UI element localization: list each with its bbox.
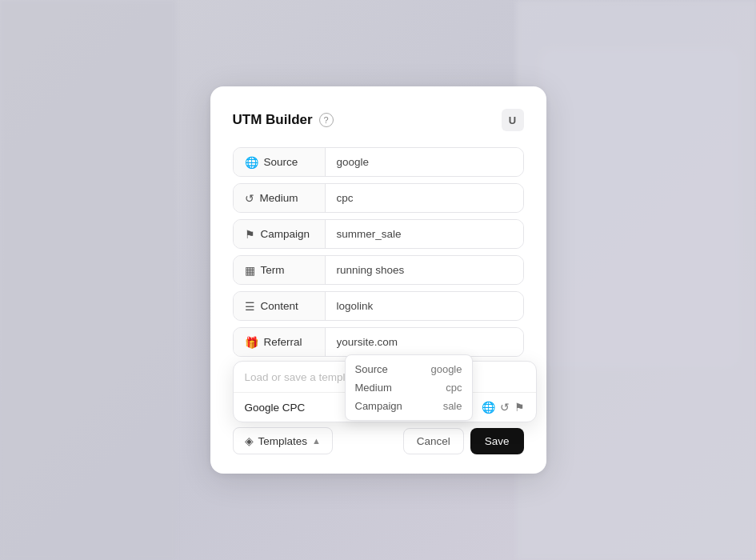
medium-input[interactable] [326, 184, 523, 212]
referral-icon: 🎁 [245, 336, 258, 349]
term-icon: ▦ [245, 264, 255, 277]
templates-button[interactable]: ◈ Templates ▲ [233, 427, 333, 454]
campaign-field-row: ⚑ Campaign [233, 219, 524, 249]
utm-builder-modal: UTM Builder ? U 🌐 Source ↺ Medium ⚑ Camp… [210, 86, 546, 474]
tag-row-campaign: Campaign sale [346, 397, 472, 415]
tag-row-source: Source google [346, 360, 472, 378]
content-icon: ☰ [245, 300, 255, 313]
term-field-row: ▦ Term [233, 255, 524, 285]
chevron-up-icon: ▲ [312, 436, 321, 446]
campaign-icon: ⚑ [245, 228, 255, 241]
templates-diamond-icon: ◈ [245, 434, 254, 447]
source-input[interactable] [326, 148, 523, 176]
save-button[interactable]: Save [470, 428, 524, 454]
source-label: 🌐 Source [234, 148, 326, 176]
modal-header: UTM Builder ? U [233, 109, 524, 131]
template-item-name: Google CPC [245, 402, 306, 414]
content-input[interactable] [326, 292, 523, 320]
title-group: UTM Builder ? [233, 112, 334, 128]
template-source-icon: 🌐 [482, 401, 495, 414]
user-badge[interactable]: U [502, 109, 524, 131]
modal-title: UTM Builder [233, 112, 313, 128]
template-campaign-icon: ⚑ [514, 401, 525, 414]
content-label: ☰ Content [234, 292, 326, 320]
tag-row-medium: Medium cpc [346, 378, 472, 397]
template-item-icons: 🌐 ↺ ⚑ [482, 401, 525, 414]
medium-label: ↺ Medium [234, 184, 326, 212]
referral-input[interactable] [326, 328, 523, 356]
sidebar-blur [0, 0, 176, 560]
footer-actions: Cancel Save [403, 428, 524, 454]
term-input[interactable] [326, 256, 523, 284]
tag-popup: Source google Medium cpc Campaign sale [345, 354, 473, 421]
content-field-row: ☰ Content [233, 291, 524, 321]
source-icon: 🌐 [245, 156, 258, 169]
referral-field-row: 🎁 Referral [233, 327, 524, 357]
cancel-button[interactable]: Cancel [403, 428, 464, 454]
help-icon[interactable]: ? [319, 113, 334, 127]
source-field-row: 🌐 Source [233, 147, 524, 177]
template-medium-icon: ↺ [500, 401, 510, 414]
campaign-label: ⚑ Campaign [234, 220, 326, 248]
term-label: ▦ Term [234, 256, 326, 284]
footer: Source google Medium cpc Campaign sale [233, 427, 524, 454]
right-panel-blur [516, 0, 756, 560]
campaign-input[interactable] [326, 220, 523, 248]
referral-label: 🎁 Referral [234, 328, 326, 356]
templates-label: Templates [258, 435, 308, 447]
medium-icon: ↺ [245, 192, 254, 205]
medium-field-row: ↺ Medium [233, 183, 524, 213]
templates-container: Source google Medium cpc Campaign sale [233, 427, 333, 454]
